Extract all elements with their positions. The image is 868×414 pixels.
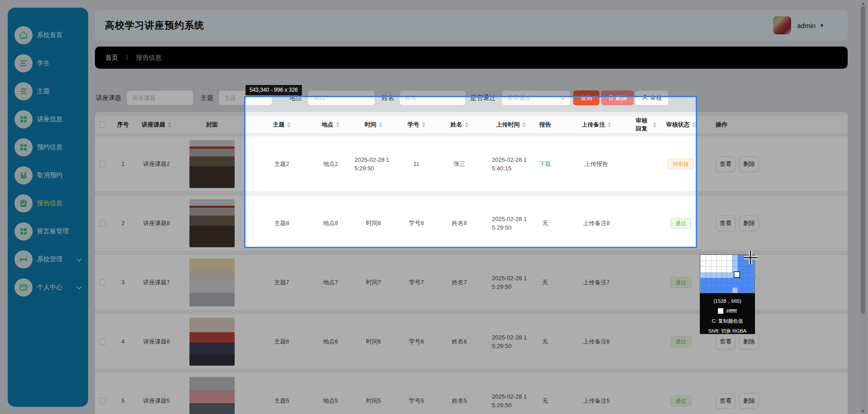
magnifier-copy-hint: C: 复制颜色值 (700, 316, 755, 326)
snip-magnifier: (1538，665) #ffffff C: 复制颜色值 Shift: 切换 RG… (700, 254, 755, 334)
snip-selection-rect[interactable] (244, 96, 697, 248)
magnifier-info-panel: (1538，665) #ffffff C: 复制颜色值 Shift: 切换 RG… (700, 293, 755, 334)
color-swatch (718, 308, 723, 314)
crosshair-cursor (743, 250, 758, 265)
magnifier-shift-hint: Shift: 切换 RGBA (700, 326, 755, 334)
magnifier-coordinates: (1538，665) (700, 296, 755, 306)
snip-shade-right (696, 97, 868, 247)
snip-size-tooltip: 543,340 - 996 x 326 (245, 85, 302, 95)
screenshot-root: 系统首页 学生 主题 讲座信息 (0, 0, 868, 414)
magnifier-hex-value: #ffffff (726, 308, 736, 314)
snip-shade-left (0, 97, 245, 247)
snip-shade-top (0, 0, 868, 97)
